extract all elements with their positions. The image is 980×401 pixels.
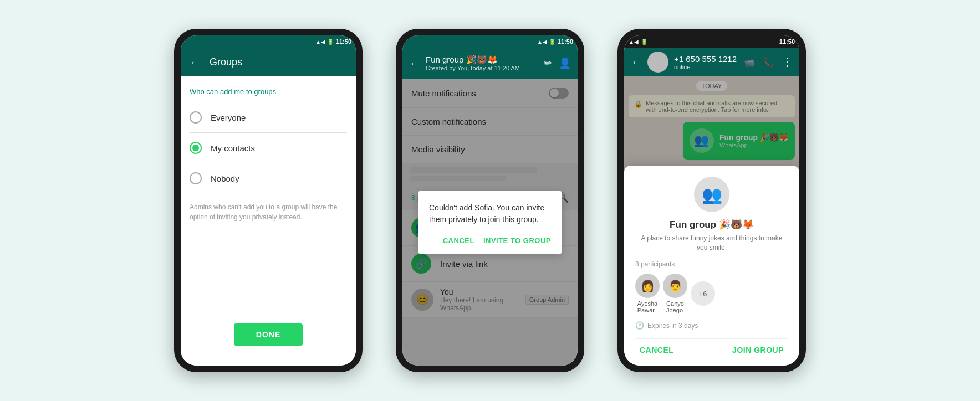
radio-outer-mycontacts[interactable] [190, 142, 202, 154]
more-icon[interactable]: ⋮ [782, 55, 793, 69]
divider-2 [190, 163, 347, 163]
battery-icon-3: 🔋 [641, 39, 647, 45]
phone-3: ▲◀ 🔋 11:50 ← +1 650 555 1212 online 📹 📞 … [617, 29, 806, 372]
bd-avatars-row: 👩 Ayesha Pawar 👨 Cahyo Joego +6 [635, 274, 788, 313]
avatar-plus: +6 [691, 281, 715, 306]
dialog-buttons: CANCEL INVITE TO GROUP [429, 234, 551, 247]
status-time-1: 11:50 [336, 38, 351, 45]
status-time-2: 11:50 [558, 38, 573, 45]
wifi-icon: ▲◀ [315, 39, 325, 45]
ayesha-name: Ayesha Pawar [637, 300, 658, 313]
chat-icons-3: 📹 📞 ⋮ [744, 55, 793, 69]
chat-header-3: ← +1 650 555 1212 online 📹 📞 ⋮ [624, 48, 799, 76]
status-icons-1: ▲◀ 🔋 [315, 39, 334, 45]
radio-label-nobody: Nobody [211, 174, 239, 183]
done-btn-wrapper: DONE [190, 315, 347, 354]
contact-status-3: online [674, 64, 738, 70]
wifi-icon-2: ▲◀ [537, 39, 547, 45]
status-bar-3: ▲◀ 🔋 11:50 [624, 35, 799, 48]
dialog-box: Couldn't add Sofia. You can invite them … [418, 191, 562, 254]
status-bar-2: ▲◀ 🔋 11:50 [402, 35, 578, 48]
avatar-cahyo: 👨 Cahyo Joego [663, 274, 687, 313]
wifi-icon-3: ▲◀ [629, 39, 639, 45]
contact-info-3: +1 650 555 1212 online [674, 54, 738, 70]
edit-icon[interactable]: ✏ [544, 57, 552, 69]
radio-mycontacts[interactable]: My contacts [190, 135, 347, 161]
avatar-ayesha: 👩 Ayesha Pawar [635, 274, 660, 313]
dialog-overlay: Couldn't add Sofia. You can invite them … [402, 79, 578, 366]
radio-label-everyone: Everyone [211, 113, 246, 122]
phone2-content: Mute notifications Custom notifications … [402, 79, 578, 366]
phone-1: ▲◀ 🔋 11:50 ← Groups Who can add me to gr… [174, 29, 363, 372]
status-icons-3: ▲◀ 🔋 [629, 39, 647, 45]
dialog-text: Couldn't add Sofia. You can invite them … [429, 202, 551, 225]
bd-divider [635, 338, 788, 339]
page-title-1: Groups [210, 56, 242, 68]
bd-group-name: Fun group 🎉🐻🦊 [635, 219, 788, 230]
done-button[interactable]: DONE [234, 323, 303, 346]
bd-cancel-button[interactable]: CANCEL [640, 346, 673, 354]
bd-action-buttons: CANCEL JOIN GROUP [635, 346, 788, 354]
dialog-cancel-button[interactable]: CANCEL [443, 234, 474, 247]
helper-text: Admins who can't add you to a group will… [190, 202, 347, 222]
contact-avatar-3 [647, 52, 668, 73]
phone1-header: ← Groups [181, 48, 356, 76]
header-icons-2: ✏ 👤 [544, 57, 571, 69]
bottom-dialog: 👥 Fun group 🎉🐻🦊 A place to share funny j… [624, 166, 799, 366]
radio-everyone[interactable]: Everyone [190, 105, 347, 130]
status-bar-1: ▲◀ 🔋 11:50 [181, 35, 356, 48]
bd-participants-count: 8 participants [635, 260, 788, 268]
radio-inner-mycontacts [192, 145, 199, 151]
chat-content-3: TODAY 🔒 Messages to this chat and calls … [624, 76, 799, 366]
battery-icon: 🔋 [327, 39, 334, 45]
back-arrow-1[interactable]: ← [190, 56, 201, 69]
section-label-groups: Who can add me to groups [190, 88, 347, 96]
group-name-header: Fun group 🎉🐻🦊 [426, 55, 538, 65]
bd-join-button[interactable]: JOIN GROUP [732, 346, 784, 354]
group-header-info: Fun group 🎉🐻🦊 Created by You, today at 1… [426, 55, 538, 71]
plus-count-badge: +6 [691, 281, 715, 306]
radio-outer-everyone[interactable] [190, 111, 202, 124]
radio-nobody[interactable]: Nobody [190, 166, 347, 191]
battery-icon-2: 🔋 [549, 39, 555, 45]
ayesha-avatar: 👩 [635, 274, 660, 298]
status-icons-2: ▲◀ 🔋 [537, 39, 555, 45]
radio-outer-nobody[interactable] [190, 172, 202, 184]
person-icon[interactable]: 👤 [559, 57, 571, 69]
voice-call-icon[interactable]: 📞 [763, 57, 774, 68]
cahyo-name: Cahyo Joego [666, 300, 684, 313]
dialog-invite-button[interactable]: INVITE TO GROUP [483, 234, 551, 247]
contact-name-3: +1 650 555 1212 [674, 54, 738, 64]
group-sub-header: Created by You, today at 11:20 AM [426, 65, 538, 71]
bd-expire-info: 🕐 Expires in 3 days [635, 321, 788, 330]
phone-2: ▲◀ 🔋 11:50 ← Fun group 🎉🐻🦊 Created by Yo… [396, 29, 584, 372]
back-arrow-2[interactable]: ← [409, 57, 420, 70]
bd-group-desc: A place to share funny jokes and things … [635, 234, 788, 253]
phone2-header: ← Fun group 🎉🐻🦊 Created by You, today at… [402, 48, 578, 79]
phone1-content: Who can add me to groups Everyone My con… [181, 76, 356, 366]
radio-label-mycontacts: My contacts [211, 143, 255, 153]
back-arrow-3[interactable]: ← [631, 56, 642, 69]
expire-text: Expires in 3 days [647, 322, 698, 330]
divider-1 [190, 132, 347, 133]
cahyo-avatar: 👨 [663, 274, 687, 298]
bd-group-avatar: 👥 [694, 177, 729, 212]
video-call-icon[interactable]: 📹 [744, 57, 755, 68]
status-time-3: 11:50 [779, 38, 795, 45]
clock-icon: 🕐 [635, 321, 644, 330]
